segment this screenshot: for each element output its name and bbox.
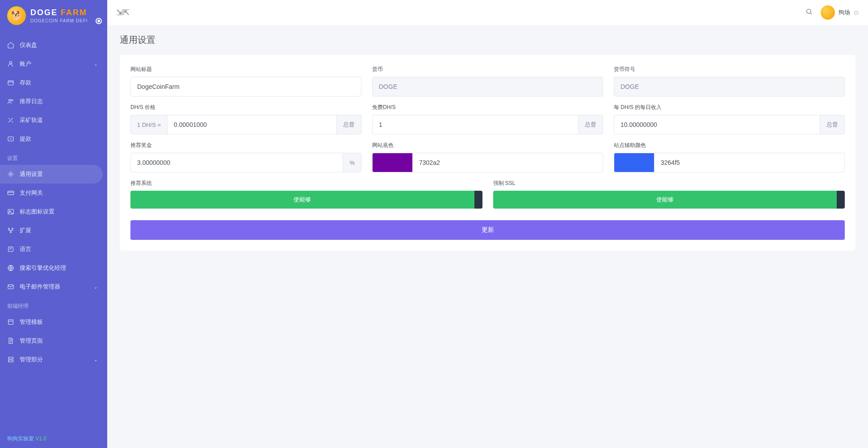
nav-label: 语言 [20,245,31,253]
daily-income-input[interactable] [614,115,820,134]
addon-dhs-prefix: 1 DH/S = [130,115,167,134]
nav-deposit[interactable]: 存款 [0,73,103,92]
settings-card: 网站标题 货币 货币符号 DH/S 价格 [120,55,855,251]
base-color-swatch[interactable] [372,153,412,172]
nav-account[interactable]: 账户 ⌄ [0,54,103,73]
nav-withdraw[interactable]: 提款 [0,130,103,148]
logo-icon: 🐕 [7,6,26,25]
avatar [821,5,835,20]
people-icon [7,98,14,105]
footer-version: V1.0 [35,435,46,442]
nav-referral-log[interactable]: 推荐日志 [0,92,103,111]
toggle-handle [837,191,845,209]
label-site-title: 网站标题 [130,66,361,73]
nav-language[interactable]: 语言 [0,240,103,259]
brand-word2: FARM [61,8,87,17]
force-ssl-toggle[interactable]: 使能够 [493,191,845,209]
chevron-down-icon: ⌄ [94,285,97,289]
dhs-price-input[interactable] [167,115,337,134]
search-icon[interactable] [805,8,813,17]
nav-label: 管理部分 [20,356,43,364]
svg-point-0 [9,62,12,64]
pages-icon [7,337,14,344]
mining-icon [7,117,14,124]
svg-point-9 [8,228,10,230]
collapse-icon[interactable]: ⇲⇱ [116,8,130,17]
nav-label: 仪表盘 [20,41,37,49]
language-icon [7,246,14,253]
secondary-color-input[interactable] [654,153,845,172]
template-icon [7,318,14,326]
chevron-down-icon: ⌄ [94,62,97,67]
free-dhs-input[interactable] [372,115,579,134]
nav-dashboard[interactable]: 仪表盘 [0,36,103,54]
label-referral-bonus: 推荐奖金 [130,142,361,149]
footer-lab: 狗狗实验室 [7,435,34,442]
addon-daily-income-suffix: 总督 [820,115,845,134]
sections-icon [7,356,14,363]
users-icon [7,60,14,67]
secondary-color-swatch[interactable] [614,153,654,172]
home-icon [7,42,14,49]
nav-label: 管理页面 [20,337,43,345]
nav-email-manager[interactable]: 电子邮件管理器 ⌄ [0,277,103,296]
nav-general-settings[interactable]: 通用设置 [0,165,103,184]
label-base-color: 网站底色 [372,142,603,149]
nav-label: 提款 [20,135,31,143]
base-color-input[interactable] [412,153,603,172]
brand-word1: DOGE [30,8,58,17]
globe-icon [7,264,14,272]
label-daily-income: 每 DH/S 的每日收入 [614,104,845,111]
image-icon [7,208,14,215]
nav: 仪表盘 账户 ⌄ 存款 推荐日志 采矿轨道 提款 [0,31,107,430]
nav-label: 账户 [20,60,31,68]
nav-label: 电子邮件管理器 [20,283,60,291]
svg-point-2 [8,99,10,101]
brand-subtitle: DOGECOIN FARM DEFI [30,18,88,23]
nav-manage-pages[interactable]: 管理页面 [0,331,103,350]
sidebar-header: 🐕 DOGE FARM DOGECOIN FARM DEFI [0,0,107,31]
brand-text: DOGE FARM DOGECOIN FARM DEFI [30,8,88,23]
sidebar-pin-toggle[interactable] [96,18,102,24]
sidebar: 🐕 DOGE FARM DOGECOIN FARM DEFI 仪表盘 账户 ⌄ … [0,0,107,448]
svg-rect-16 [8,357,13,359]
svg-rect-1 [8,81,13,85]
site-title-input[interactable] [130,77,361,96]
nav-mining-track[interactable]: 采矿轨道 [0,111,103,130]
more-icon: ⊙ [854,9,859,16]
nav-label: 通用设置 [20,170,43,178]
nav-section-settings: 设置 [0,148,107,165]
nav-extension[interactable]: 扩展 [0,221,103,240]
nav-manage-templates[interactable]: 管理模板 [0,313,103,331]
currency-input[interactable] [372,77,603,96]
label-free-dhs: 免费DH/S [372,104,603,111]
nav-manage-sections[interactable]: 管理部分 ⌄ [0,350,103,369]
nav-label: 推荐日志 [20,97,43,105]
toggle-status: 使能够 [130,191,474,209]
nav-seo[interactable]: 搜索引擎优化经理 [0,259,103,277]
user-menu[interactable]: 狗场 ⊙ [821,5,859,20]
nav-logo-settings[interactable]: 标志图标设置 [0,202,103,221]
nav-label: 支付网关 [20,189,43,197]
addon-free-dhs-suffix: 总督 [579,115,603,134]
wallet-icon [7,79,14,86]
page-title: 通用设置 [120,34,855,46]
currency-symbol-input[interactable] [614,77,845,96]
nav-label: 标志图标设置 [20,208,55,216]
update-button[interactable]: 更新 [130,220,845,240]
nav-payment-gateway[interactable]: 支付网关 [0,184,103,202]
referral-system-toggle[interactable]: 使能够 [130,191,482,209]
nav-label: 采矿轨道 [20,116,43,124]
label-currency: 货币 [372,66,603,73]
main: ⇲⇱ 狗场 ⊙ 通用设置 网站标题 [107,0,868,448]
topbar: ⇲⇱ 狗场 ⊙ [107,0,868,25]
card-icon [7,189,14,197]
label-secondary-color: 站点辅助颜色 [614,142,845,149]
label-referral-system: 推荐系统 [130,180,482,187]
referral-bonus-input[interactable] [130,153,343,172]
nav-section-frontend: 前端经理 [0,296,107,313]
svg-rect-6 [8,191,13,195]
user-name: 狗场 [839,8,850,17]
svg-point-11 [10,232,12,233]
toggle-handle [474,191,482,209]
